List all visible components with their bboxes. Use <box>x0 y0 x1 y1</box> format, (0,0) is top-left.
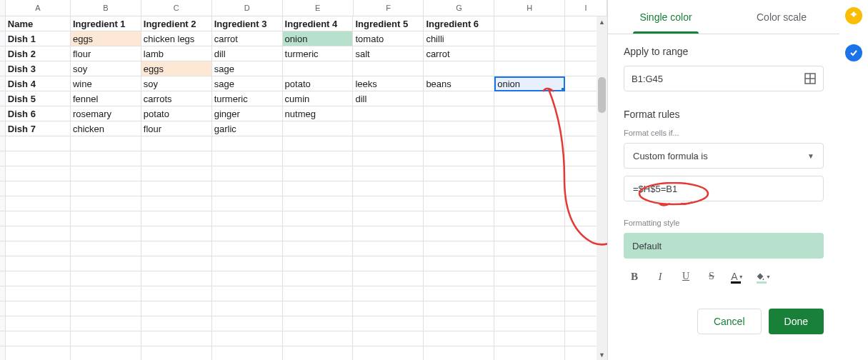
row-header-5[interactable] <box>0 76 6 91</box>
tab-color-scale[interactable]: Color scale <box>724 0 839 34</box>
cell-g5[interactable]: beans <box>424 76 494 91</box>
cell-h2[interactable] <box>494 31 565 46</box>
cell-b4[interactable]: soy <box>71 61 141 76</box>
condition-select[interactable]: Custom formula is ▼ <box>624 143 824 169</box>
done-button[interactable]: Done <box>769 309 824 334</box>
cancel-button[interactable]: Cancel <box>697 309 762 334</box>
fill-color-button[interactable]: ▼ <box>755 269 771 284</box>
cell-g7[interactable] <box>424 106 494 121</box>
cell-e1[interactable]: Ingredient 4 <box>283 16 354 31</box>
text-color-button[interactable]: A▼ <box>729 269 745 284</box>
cell-d6[interactable]: turmeric <box>212 91 283 106</box>
row-header-3[interactable] <box>0 46 6 61</box>
cell-g3[interactable]: carrot <box>424 46 494 61</box>
cell-h8[interactable] <box>494 121 565 136</box>
cell-e2[interactable]: onion <box>283 31 354 46</box>
scrollbar-thumb[interactable] <box>598 77 606 113</box>
cell-c3[interactable]: lamb <box>141 46 212 61</box>
cell-d4[interactable]: sage <box>212 61 283 76</box>
cell-c1[interactable]: Ingredient 2 <box>141 16 212 31</box>
cell-c8[interactable]: flour <box>141 121 212 136</box>
cell-g6[interactable] <box>424 91 494 106</box>
row-header-6[interactable] <box>0 91 6 106</box>
cell-e8[interactable] <box>283 121 354 136</box>
cell-d2[interactable]: carrot <box>212 31 283 46</box>
cell-b7[interactable]: rosemary <box>71 106 141 121</box>
cell-h1[interactable] <box>494 16 565 31</box>
cell-f6[interactable]: dill <box>353 91 424 106</box>
row-header-8[interactable] <box>0 121 6 136</box>
col-header-h[interactable]: H <box>494 0 565 16</box>
col-header-g[interactable]: G <box>424 0 494 16</box>
scroll-up-icon[interactable]: ▲ <box>597 16 607 27</box>
cell-c7[interactable]: potato <box>141 106 212 121</box>
cell-h6[interactable] <box>494 91 565 106</box>
select-all-corner[interactable] <box>0 0 6 16</box>
cell-b5[interactable]: wine <box>71 76 141 91</box>
cell-a4[interactable]: Dish 3 <box>6 61 71 76</box>
vertical-scrollbar[interactable]: ▲ ▼ <box>597 16 607 360</box>
cell-h4[interactable] <box>494 61 565 76</box>
cell-f8[interactable] <box>353 121 424 136</box>
cell-b3[interactable]: flour <box>71 46 141 61</box>
cell-a7[interactable]: Dish 6 <box>6 106 71 121</box>
scroll-down-icon[interactable]: ▼ <box>597 349 607 360</box>
style-preview[interactable]: Default <box>624 233 824 259</box>
cell-d8[interactable]: garlic <box>212 121 283 136</box>
underline-button[interactable]: U <box>678 269 694 284</box>
cell-d7[interactable]: ginger <box>212 106 283 121</box>
cell-c2[interactable]: chicken legs <box>141 31 212 46</box>
cell-e6[interactable]: cumin <box>283 91 354 106</box>
strikethrough-button[interactable]: S <box>704 269 719 284</box>
col-header-b[interactable]: B <box>71 0 141 16</box>
cell-f1[interactable]: Ingredient 5 <box>353 16 424 31</box>
cell-f4[interactable] <box>353 61 424 76</box>
cell-a2[interactable]: Dish 1 <box>6 31 71 46</box>
cell-e4[interactable] <box>283 61 354 76</box>
cell-b8[interactable]: chicken <box>71 121 141 136</box>
col-header-f[interactable]: F <box>354 0 424 16</box>
range-input[interactable]: B1:G45 <box>624 66 824 91</box>
cell-d3[interactable]: dill <box>212 46 283 61</box>
cell-f5[interactable]: leeks <box>353 76 424 91</box>
cell-h7[interactable] <box>494 106 565 121</box>
cell-c5[interactable]: soy <box>141 76 212 91</box>
tab-single-color[interactable]: Single color <box>608 0 724 34</box>
cell-e3[interactable]: turmeric <box>283 46 354 61</box>
cell-c6[interactable]: carrots <box>141 91 212 106</box>
cell-e5[interactable]: potato <box>283 76 354 91</box>
bold-button[interactable]: B <box>627 269 642 284</box>
col-header-d[interactable]: D <box>212 0 283 16</box>
cell-f2[interactable]: tomato <box>353 31 424 46</box>
checkmark-badge-icon[interactable] <box>845 44 862 61</box>
cell-d5[interactable]: sage <box>212 76 283 91</box>
cell-a8[interactable]: Dish 7 <box>6 121 71 136</box>
cell-d1[interactable]: Ingredient 3 <box>212 16 283 31</box>
cell-e7[interactable]: nutmeg <box>283 106 354 121</box>
cell-a1[interactable]: Name <box>6 16 71 31</box>
cell-b1[interactable]: Ingredient 1 <box>71 16 141 31</box>
cell-a6[interactable]: Dish 5 <box>6 91 71 106</box>
cell-f3[interactable]: salt <box>353 46 424 61</box>
col-header-a[interactable]: A <box>6 0 71 16</box>
cell-h3[interactable] <box>494 46 565 61</box>
cell-a3[interactable]: Dish 2 <box>6 46 71 61</box>
col-header-i[interactable]: I <box>565 0 607 16</box>
row-header-1[interactable] <box>0 16 6 31</box>
row-header-4[interactable] <box>0 61 6 76</box>
cell-b6[interactable]: fennel <box>71 91 141 106</box>
cell-c4[interactable]: eggs <box>141 61 212 76</box>
cell-g1[interactable]: Ingredient 6 <box>424 16 494 31</box>
cell-b2[interactable]: eggs <box>71 31 141 46</box>
cell-g8[interactable] <box>424 121 494 136</box>
row-header-2[interactable] <box>0 31 6 46</box>
italic-button[interactable]: I <box>652 269 668 284</box>
formula-input[interactable]: =$H$5=B1 <box>624 176 824 201</box>
grid-selector-icon[interactable] <box>804 73 816 84</box>
cell-g4[interactable] <box>424 61 494 76</box>
col-header-e[interactable]: E <box>283 0 354 16</box>
cell-f7[interactable] <box>353 106 424 121</box>
explore-icon[interactable] <box>845 7 862 24</box>
row-header-7[interactable] <box>0 106 6 121</box>
cell-g2[interactable]: chilli <box>424 31 494 46</box>
